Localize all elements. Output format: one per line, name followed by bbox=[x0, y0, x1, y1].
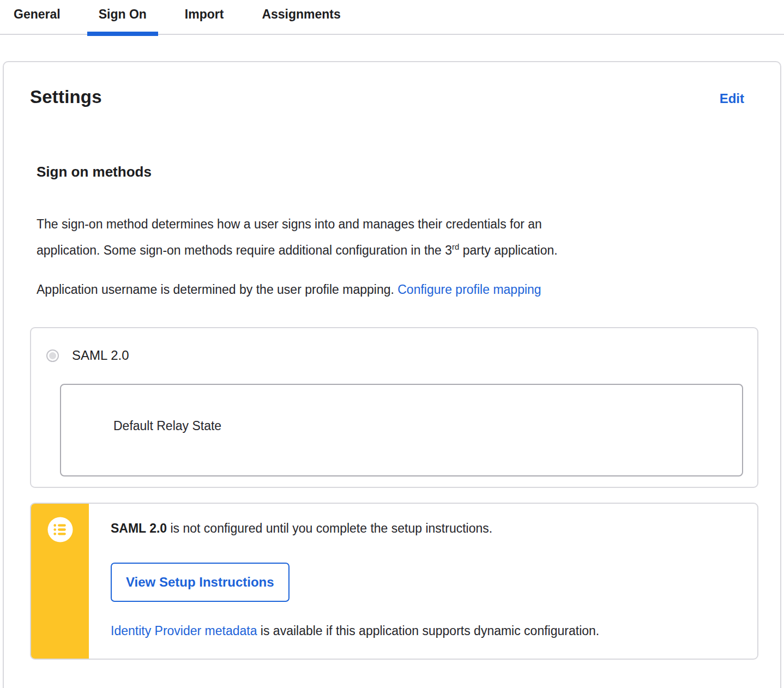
setup-list-icon bbox=[47, 517, 73, 545]
tab-assignments[interactable]: Assignments bbox=[250, 0, 352, 34]
configure-profile-mapping-link[interactable]: Configure profile mapping bbox=[397, 282, 541, 297]
description-superscript: rd bbox=[452, 242, 459, 251]
description-line2: application. Some sign-on methods requir… bbox=[37, 243, 452, 257]
saml-radio-label: SAML 2.0 bbox=[72, 348, 129, 363]
username-text: Application username is determined by th… bbox=[37, 282, 397, 297]
tab-sign-on[interactable]: Sign On bbox=[87, 0, 158, 34]
callout-message-text: is not configured until you complete the… bbox=[167, 521, 492, 535]
settings-header: Settings Edit bbox=[30, 87, 758, 107]
metadata-message: Identity Provider metadata is available … bbox=[111, 624, 757, 638]
tab-general[interactable]: General bbox=[2, 0, 72, 34]
tab-import[interactable]: Import bbox=[173, 0, 236, 34]
edit-link[interactable]: Edit bbox=[720, 91, 744, 106]
saml-method-box: SAML 2.0 Default Relay State bbox=[30, 327, 758, 488]
default-relay-state-box: Default Relay State bbox=[60, 384, 743, 476]
description-line1: The sign-on method determines how a user… bbox=[37, 217, 542, 231]
callout-yellow-strip bbox=[31, 504, 89, 659]
default-relay-state-label: Default Relay State bbox=[113, 419, 221, 433]
view-setup-instructions-button[interactable]: View Setup Instructions bbox=[111, 563, 290, 602]
section-title-sign-on-methods: Sign on methods bbox=[37, 164, 758, 180]
sign-on-description: The sign-on method determines how a user… bbox=[37, 211, 758, 263]
page-title: Settings bbox=[30, 87, 102, 107]
callout-body: SAML 2.0 is not configured until you com… bbox=[89, 504, 757, 659]
metadata-text: is available if this application support… bbox=[257, 624, 599, 638]
callout-message: SAML 2.0 is not configured until you com… bbox=[111, 521, 757, 536]
identity-provider-metadata-link[interactable]: Identity Provider metadata bbox=[111, 624, 257, 638]
setup-callout: SAML 2.0 is not configured until you com… bbox=[30, 503, 758, 660]
callout-message-bold: SAML 2.0 bbox=[111, 521, 167, 535]
description-line2-end: party application. bbox=[459, 243, 557, 257]
settings-card: Settings Edit Sign on methods The sign-o… bbox=[3, 61, 781, 688]
saml-radio[interactable] bbox=[46, 349, 59, 362]
tab-bar: General Sign On Import Assignments bbox=[0, 0, 784, 35]
saml-radio-row: SAML 2.0 bbox=[46, 348, 757, 363]
username-description: Application username is determined by th… bbox=[37, 276, 758, 303]
